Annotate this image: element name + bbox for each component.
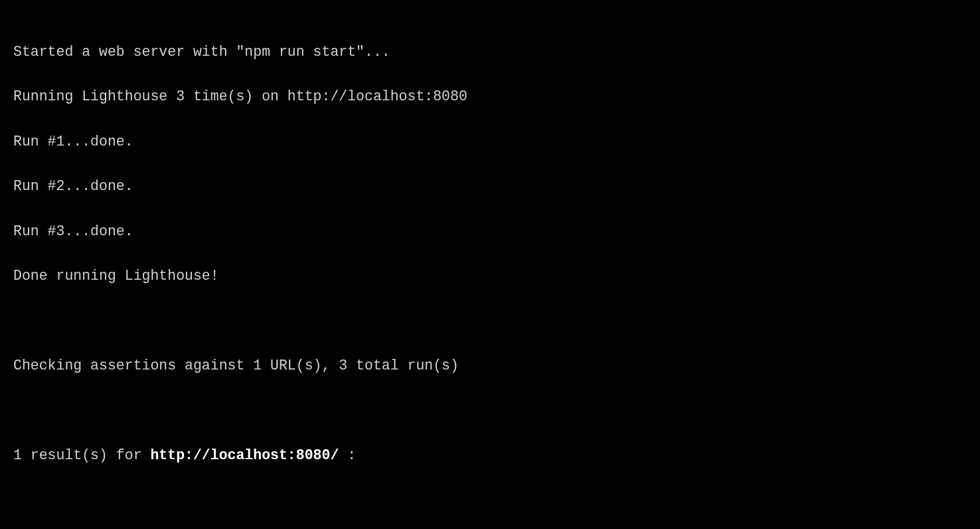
log-line: Started a web server with "npm run start… bbox=[13, 41, 967, 64]
log-line: Run #1...done. bbox=[13, 131, 967, 154]
results-header: 1 result(s) for http://localhost:8080/ : bbox=[13, 445, 967, 467]
blank-line bbox=[13, 490, 967, 512]
results-url: http://localhost:8080/ bbox=[150, 447, 339, 463]
blank-line bbox=[13, 400, 967, 423]
results-prefix: 1 result(s) for bbox=[13, 447, 150, 463]
log-line: Done running Lighthouse! bbox=[13, 265, 967, 288]
blank-line bbox=[13, 310, 967, 333]
log-line: Checking assertions against 1 URL(s), 3 … bbox=[13, 355, 967, 377]
results-suffix: : bbox=[339, 447, 356, 463]
log-line: Running Lighthouse 3 time(s) on http://l… bbox=[13, 86, 967, 108]
log-line: Run #3...done. bbox=[13, 221, 967, 243]
terminal-output: Started a web server with "npm run start… bbox=[13, 19, 967, 529]
log-line: Run #2...done. bbox=[13, 175, 967, 198]
